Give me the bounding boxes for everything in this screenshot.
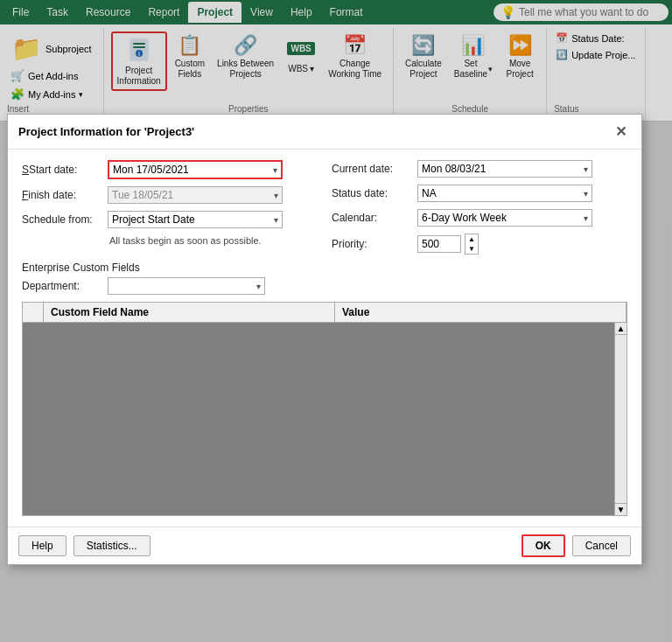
department-field[interactable] [112, 280, 243, 292]
finish-date-input[interactable]: ▾ [108, 186, 283, 204]
start-date-chevron: ▾ [273, 165, 277, 175]
table-col-index-header [23, 303, 44, 322]
priority-spinner: ▲ ▼ [465, 234, 479, 255]
department-label: Department: [22, 280, 101, 292]
cancel-button[interactable]: Cancel [572, 535, 631, 556]
status-date-row: Status date: ▾ [332, 185, 627, 202]
current-date-chevron: ▾ [584, 164, 588, 174]
table-col-value-header: Value [335, 303, 626, 322]
department-chevron-icon: ▾ [256, 282, 261, 291]
calendar-row: Calendar: ▾ [332, 209, 627, 227]
start-date-row: SStart date: ▾ [22, 160, 318, 179]
start-date-field[interactable] [113, 164, 262, 176]
priority-up-button[interactable]: ▲ [466, 234, 478, 244]
close-button[interactable]: ✕ [611, 122, 631, 142]
table-scrollbar[interactable]: ▲ ▼ [614, 323, 626, 515]
finish-date-field [112, 189, 261, 201]
priority-row: Priority: ▲ ▼ [332, 234, 627, 255]
form-right: Current date: ▾ Status date: ▾ [318, 160, 627, 262]
dialog-footer: Help Statistics... OK Cancel [8, 527, 641, 564]
table-body: ▲ ▼ [23, 323, 626, 515]
enterprise-section: Enterprise Custom Fields Department: ▾ [22, 262, 627, 295]
priority-wrap: ▲ ▼ [417, 234, 479, 255]
calendar-label: Calendar: [332, 212, 410, 224]
dialog-title-bar: Project Information for 'Project3' ✕ [8, 115, 641, 150]
table-header-row: Custom Field Name Value [23, 303, 626, 323]
table-col-name-header: Custom Field Name [44, 303, 335, 322]
schedule-note: All tasks begin as soon as possible. [109, 235, 318, 246]
status-date-field[interactable] [422, 187, 570, 199]
statistics-button[interactable]: Statistics... [74, 535, 150, 556]
start-date-label: SStart date: [22, 164, 101, 176]
calendar-input[interactable]: ▾ [417, 209, 592, 227]
schedule-from-label: Schedule from: [22, 213, 101, 226]
priority-down-button[interactable]: ▼ [466, 244, 478, 254]
finish-date-chevron: ▾ [274, 191, 278, 200]
schedule-from-chevron: ▾ [274, 215, 278, 225]
scrollbar-down-button[interactable]: ▼ [615, 503, 626, 515]
start-date-input[interactable]: ▾ [108, 160, 283, 179]
current-date-label: Current date: [332, 163, 410, 175]
priority-label: Priority: [332, 238, 410, 250]
status-date-chevron-icon: ▾ [584, 189, 588, 199]
dialog-body: SStart date: ▾ Finish date: [8, 150, 641, 527]
priority-field[interactable] [417, 235, 461, 253]
ok-button[interactable]: OK [522, 534, 565, 557]
help-button[interactable]: Help [18, 535, 66, 556]
scrollbar-up-button[interactable]: ▲ [615, 323, 626, 335]
dialog-title: Project Information for 'Project3' [18, 125, 194, 138]
scrollbar-track [615, 335, 626, 503]
finish-date-row: Finish date: ▾ [22, 186, 318, 204]
form-left: SStart date: ▾ Finish date: [22, 160, 318, 253]
custom-fields-table: Custom Field Name Value ▲ ▼ [22, 302, 627, 516]
schedule-from-field[interactable] [112, 213, 261, 226]
current-date-input[interactable]: ▾ [417, 160, 592, 178]
department-input[interactable]: ▾ [108, 277, 265, 295]
calendar-field[interactable] [422, 212, 570, 224]
project-info-dialog: Project Information for 'Project3' ✕ SSt… [7, 114, 642, 565]
status-date-input[interactable]: ▾ [417, 185, 592, 202]
finish-date-label: Finish date: [22, 189, 101, 201]
modal-overlay: Project Information for 'Project3' ✕ SSt… [0, 0, 672, 642]
schedule-from-input[interactable]: ▾ [108, 211, 283, 228]
status-date-form-label: Status date: [332, 187, 410, 199]
department-row: Department: ▾ [22, 277, 627, 295]
current-date-field[interactable] [422, 163, 570, 175]
form-two-col: SStart date: ▾ Finish date: [22, 160, 627, 262]
calendar-chevron-icon: ▾ [584, 213, 588, 223]
schedule-from-row: Schedule from: ▾ [22, 211, 318, 228]
current-date-row: Current date: ▾ [332, 160, 627, 178]
enterprise-label: Enterprise Custom Fields [22, 262, 627, 274]
